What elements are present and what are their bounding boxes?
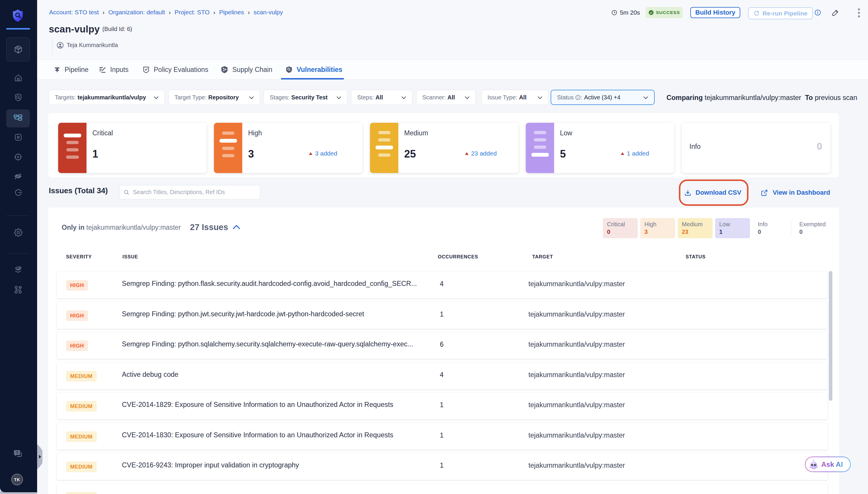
svg-text:?: ? [16,451,18,455]
